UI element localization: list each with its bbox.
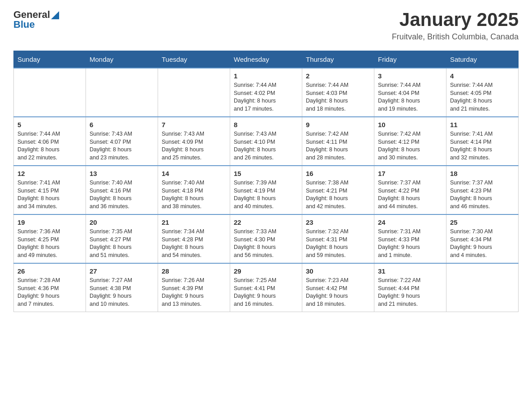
day-info: Sunrise: 7:41 AMSunset: 4:14 PMDaylight:… [450,130,515,162]
table-row: 24Sunrise: 7:31 AMSunset: 4:33 PMDayligh… [374,214,446,263]
day-number: 6 [90,121,154,128]
day-info: Sunrise: 7:28 AMSunset: 4:36 PMDaylight:… [17,277,82,308]
col-monday: Monday [86,51,158,68]
logo-blue-text: Blue [13,19,35,30]
table-row [446,263,519,312]
table-row: 25Sunrise: 7:30 AMSunset: 4:34 PMDayligh… [446,214,519,263]
day-number: 12 [17,170,82,177]
day-number: 17 [378,170,442,177]
day-info: Sunrise: 7:27 AMSunset: 4:38 PMDaylight:… [90,277,154,308]
col-sunday: Sunday [14,51,86,68]
day-info: Sunrise: 7:43 AMSunset: 4:09 PMDaylight:… [162,130,226,162]
day-info: Sunrise: 7:34 AMSunset: 4:28 PMDaylight:… [162,228,226,259]
day-number: 7 [162,121,226,128]
day-info: Sunrise: 7:36 AMSunset: 4:25 PMDaylight:… [17,228,82,259]
table-row: 6Sunrise: 7:43 AMSunset: 4:07 PMDaylight… [86,117,158,166]
day-number: 23 [306,218,370,226]
svg-marker-0 [51,11,59,19]
table-row: 14Sunrise: 7:40 AMSunset: 4:18 PMDayligh… [158,166,230,214]
day-info: Sunrise: 7:44 AMSunset: 4:05 PMDaylight:… [450,81,515,113]
day-number: 31 [378,267,442,275]
day-info: Sunrise: 7:44 AMSunset: 4:06 PMDaylight:… [17,130,82,162]
table-row: 11Sunrise: 7:41 AMSunset: 4:14 PMDayligh… [446,117,519,166]
table-row: 8Sunrise: 7:43 AMSunset: 4:10 PMDaylight… [230,117,302,166]
week-row-3: 12Sunrise: 7:41 AMSunset: 4:15 PMDayligh… [14,166,519,214]
table-row: 9Sunrise: 7:42 AMSunset: 4:11 PMDaylight… [302,117,374,166]
table-row: 13Sunrise: 7:40 AMSunset: 4:16 PMDayligh… [86,166,158,214]
day-info: Sunrise: 7:33 AMSunset: 4:30 PMDaylight:… [234,228,298,259]
table-row: 20Sunrise: 7:35 AMSunset: 4:27 PMDayligh… [86,214,158,263]
day-info: Sunrise: 7:42 AMSunset: 4:12 PMDaylight:… [378,130,442,162]
day-number: 20 [90,218,154,226]
col-tuesday: Tuesday [158,51,230,68]
day-info: Sunrise: 7:32 AMSunset: 4:31 PMDaylight:… [306,228,370,259]
day-info: Sunrise: 7:40 AMSunset: 4:18 PMDaylight:… [162,179,226,210]
table-row: 5Sunrise: 7:44 AMSunset: 4:06 PMDaylight… [14,117,86,166]
table-row: 22Sunrise: 7:33 AMSunset: 4:30 PMDayligh… [230,214,302,263]
day-number: 25 [450,218,515,226]
day-number: 5 [17,121,82,128]
week-row-2: 5Sunrise: 7:44 AMSunset: 4:06 PMDaylight… [14,117,519,166]
day-info: Sunrise: 7:37 AMSunset: 4:22 PMDaylight:… [378,179,442,210]
day-info: Sunrise: 7:37 AMSunset: 4:23 PMDaylight:… [450,179,515,210]
day-number: 14 [162,170,226,177]
calendar-table: Sunday Monday Tuesday Wednesday Thursday… [13,51,519,312]
day-info: Sunrise: 7:43 AMSunset: 4:10 PMDaylight:… [234,130,298,162]
day-number: 13 [90,170,154,177]
day-number: 28 [162,267,226,275]
week-row-1: 1Sunrise: 7:44 AMSunset: 4:02 PMDaylight… [14,68,519,117]
day-number: 26 [17,267,82,275]
day-number: 24 [378,218,442,226]
day-number: 30 [306,267,370,275]
day-info: Sunrise: 7:40 AMSunset: 4:16 PMDaylight:… [90,179,154,210]
day-info: Sunrise: 7:23 AMSunset: 4:42 PMDaylight:… [306,277,370,308]
day-info: Sunrise: 7:41 AMSunset: 4:15 PMDaylight:… [17,179,82,210]
table-row: 12Sunrise: 7:41 AMSunset: 4:15 PMDayligh… [14,166,86,214]
day-info: Sunrise: 7:26 AMSunset: 4:39 PMDaylight:… [162,277,226,308]
table-row: 27Sunrise: 7:27 AMSunset: 4:38 PMDayligh… [86,263,158,312]
day-info: Sunrise: 7:31 AMSunset: 4:33 PMDaylight:… [378,228,442,259]
table-row [14,68,86,117]
day-info: Sunrise: 7:25 AMSunset: 4:41 PMDaylight:… [234,277,298,308]
table-row: 18Sunrise: 7:37 AMSunset: 4:23 PMDayligh… [446,166,519,214]
logo: General Blue [13,9,59,30]
week-row-5: 26Sunrise: 7:28 AMSunset: 4:36 PMDayligh… [14,263,519,312]
day-info: Sunrise: 7:39 AMSunset: 4:19 PMDaylight:… [234,179,298,210]
table-row [86,68,158,117]
day-number: 16 [306,170,370,177]
table-row: 16Sunrise: 7:38 AMSunset: 4:21 PMDayligh… [302,166,374,214]
day-info: Sunrise: 7:35 AMSunset: 4:27 PMDaylight:… [90,228,154,259]
week-row-4: 19Sunrise: 7:36 AMSunset: 4:25 PMDayligh… [14,214,519,263]
table-row: 10Sunrise: 7:42 AMSunset: 4:12 PMDayligh… [374,117,446,166]
day-info: Sunrise: 7:43 AMSunset: 4:07 PMDaylight:… [90,130,154,162]
table-row: 28Sunrise: 7:26 AMSunset: 4:39 PMDayligh… [158,263,230,312]
day-info: Sunrise: 7:30 AMSunset: 4:34 PMDaylight:… [450,228,515,259]
page-header: General Blue January 2025 Fruitvale, Bri… [13,9,519,42]
day-number: 27 [90,267,154,275]
day-number: 2 [306,72,370,80]
day-info: Sunrise: 7:38 AMSunset: 4:21 PMDaylight:… [306,179,370,210]
logo-triangle-icon [51,11,59,19]
table-row: 21Sunrise: 7:34 AMSunset: 4:28 PMDayligh… [158,214,230,263]
day-info: Sunrise: 7:22 AMSunset: 4:44 PMDaylight:… [378,277,442,308]
table-row: 4Sunrise: 7:44 AMSunset: 4:05 PMDaylight… [446,68,519,117]
table-row: 2Sunrise: 7:44 AMSunset: 4:03 PMDaylight… [302,68,374,117]
day-number: 18 [450,170,515,177]
table-row: 26Sunrise: 7:28 AMSunset: 4:36 PMDayligh… [14,263,86,312]
day-number: 9 [306,121,370,128]
day-info: Sunrise: 7:44 AMSunset: 4:04 PMDaylight:… [378,81,442,113]
day-info: Sunrise: 7:44 AMSunset: 4:03 PMDaylight:… [306,81,370,113]
col-thursday: Thursday [302,51,374,68]
location-subtitle: Fruitvale, British Columbia, Canada [392,32,519,42]
table-row [158,68,230,117]
day-info: Sunrise: 7:42 AMSunset: 4:11 PMDaylight:… [306,130,370,162]
table-row: 3Sunrise: 7:44 AMSunset: 4:04 PMDaylight… [374,68,446,117]
table-row: 1Sunrise: 7:44 AMSunset: 4:02 PMDaylight… [230,68,302,117]
month-title: January 2025 [392,9,519,30]
day-number: 3 [378,72,442,80]
col-friday: Friday [374,51,446,68]
day-number: 15 [234,170,298,177]
table-row: 7Sunrise: 7:43 AMSunset: 4:09 PMDaylight… [158,117,230,166]
table-row: 31Sunrise: 7:22 AMSunset: 4:44 PMDayligh… [374,263,446,312]
day-number: 22 [234,218,298,226]
